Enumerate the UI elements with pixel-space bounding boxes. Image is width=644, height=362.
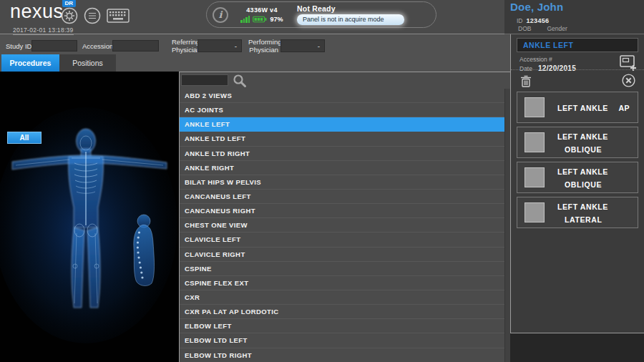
procedure-row-label: ANKLE LEFT (185, 120, 230, 128)
tab-positions[interactable]: Positions (59, 54, 116, 72)
study-panel: ANKLE LEFT Accession # Date12/20/2015 (510, 34, 644, 333)
referring-physician-dropdown[interactable]: - (197, 39, 242, 52)
signal-strength-icon (240, 16, 250, 23)
keyboard-icon[interactable] (107, 8, 130, 24)
procedure-row[interactable]: CLAVICLE RIGHT (180, 248, 504, 262)
referring-physician-label: Referring Physician (172, 38, 196, 54)
procedure-row[interactable]: ABD 2 VIEWS (180, 89, 504, 103)
procedure-row[interactable]: CSPINE FLEX EXT (180, 276, 504, 290)
procedure-row-label: AC JOINTS (185, 106, 223, 114)
procedure-row-label: CLAVICLE RIGHT (185, 250, 245, 258)
procedure-row[interactable]: CSPINE (180, 262, 504, 276)
procedure-list-panel: ABD 2 VIEWS AC JOINTS ANKLE LEFT ANKLE L… (179, 72, 510, 362)
procedure-row[interactable]: CANCANEUS LEFT (180, 190, 504, 204)
procedure-row-label: ELBOW LTD LEFT (185, 336, 248, 344)
procedure-row[interactable]: ANKLE LTD RIGHT (180, 147, 504, 161)
view-card-position: OBLIQUE (557, 145, 602, 154)
view-thumbnail (525, 132, 545, 152)
procedure-row-label: ELBOW LEFT (185, 322, 232, 330)
selected-procedure-title: ANKLE LEFT (517, 38, 638, 52)
view-card[interactable]: LEFT ANKLE LATERAL (517, 197, 638, 228)
study-id-label: Study ID (6, 42, 31, 50)
procedure-row-label: CSPINE (185, 265, 212, 273)
view-card-title: LEFT ANKLE (557, 132, 608, 141)
datetime-display: 2017-02-01 13:18:39 (13, 26, 74, 35)
procedure-row-label: CXR (185, 293, 200, 301)
procedure-row-label: CHEST ONE VIEW (185, 221, 248, 229)
patient-name: Doe, John (510, 1, 563, 13)
study-toolbar (511, 69, 644, 88)
body-map-all-button[interactable]: All (7, 132, 42, 144)
view-card-position: AP (611, 104, 630, 112)
view-card[interactable]: LEFT ANKLE AP (517, 92, 638, 123)
accession-input[interactable] (112, 40, 159, 52)
close-icon[interactable] (622, 74, 635, 87)
procedure-row[interactable]: CLAVICLE LEFT (180, 233, 504, 247)
battery-percent: 97% (270, 16, 283, 23)
dropdown-indicator-icon: - (318, 42, 320, 50)
study-form-bar: Study ID Accession # Referring Physician… (0, 35, 510, 72)
procedure-row[interactable]: CXR PA LAT AP LORDOTIC (180, 305, 504, 319)
view-card-position: OBLIQUE (557, 180, 602, 189)
procedure-search-input[interactable] (181, 74, 228, 86)
patient-dob-label: DOB (518, 25, 531, 32)
view-card-position: LATERAL (557, 215, 602, 224)
top-bar: nexusDR 2017-02-01 13:18:39 (0, 0, 510, 34)
study-id-input[interactable] (31, 40, 77, 52)
info-icon[interactable]: i (213, 7, 228, 23)
view-card-title: LEFT ANKLE (557, 104, 608, 112)
body-map-figure[interactable] (0, 72, 179, 362)
view-thumbnail (525, 202, 545, 222)
procedure-row[interactable]: ELBOW LTD RIGHT (180, 348, 504, 362)
view-card[interactable]: LEFT ANKLE OBLIQUE (517, 127, 638, 158)
procedure-row-label: CXR PA LAT AP LORDOTIC (185, 308, 279, 315)
body-map-panel: All (0, 72, 179, 362)
procedure-row-label: ANKLE RIGHT (185, 164, 234, 172)
view-card[interactable]: LEFT ANKLE OBLIQUE (517, 162, 638, 193)
procedure-row[interactable]: CANCANEUS RIGHT (180, 204, 504, 218)
patient-gender-label: Gender (547, 25, 567, 32)
procedure-row[interactable]: ELBOW LEFT (180, 319, 504, 333)
patient-id-label: ID (517, 17, 523, 24)
tab-procedures[interactable]: Procedures (1, 54, 59, 72)
procedure-row[interactable]: ANKLE LEFT (180, 117, 504, 132)
procedure-row-label: ABD 2 VIEWS (185, 92, 232, 99)
patient-id-value: 123456 (527, 17, 550, 24)
performing-physician-dropdown[interactable]: - (280, 39, 325, 52)
procedure-row-label: CLAVICLE LEFT (185, 235, 240, 243)
procedure-list: ABD 2 VIEWS AC JOINTS ANKLE LEFT ANKLE L… (180, 89, 504, 362)
dr-badge: DR (62, 0, 77, 7)
detector-name: 4336W v4 (234, 6, 290, 14)
delete-icon[interactable] (520, 74, 532, 87)
worklist-icon[interactable] (84, 7, 101, 24)
procedure-row-label: CANCANEUS RIGHT (185, 207, 255, 215)
procedure-list-scrollbar[interactable] (504, 89, 510, 362)
view-card-list: LEFT ANKLE AP LEFT ANKLE OBLIQUE LEFT AN… (517, 92, 638, 232)
study-accession-label: Accession # (519, 56, 552, 63)
detector-status-capsule: i 4336W v4 (206, 1, 436, 28)
patient-header: Doe, John ID123456 DOBGender (504, 0, 644, 34)
view-card-title: LEFT ANKLE (557, 167, 608, 176)
view-card-title: LEFT ANKLE (557, 202, 608, 211)
view-thumbnail (525, 167, 545, 187)
bottom-right-strip (510, 333, 644, 362)
procedure-row-label: ANKLE LTD LEFT (185, 134, 245, 142)
settings-icon[interactable] (61, 7, 78, 24)
procedure-row[interactable]: AC JOINTS (180, 103, 504, 117)
procedure-row[interactable]: BILAT HIPS W PELVIS (180, 175, 504, 190)
procedure-row[interactable]: CXR (180, 290, 504, 305)
dropdown-indicator-icon: - (235, 42, 237, 50)
procedure-row[interactable]: CHEST ONE VIEW (180, 218, 504, 233)
procedure-row-label: ANKLE LTD RIGHT (185, 150, 250, 157)
status-title: Not Ready (297, 4, 404, 13)
procedure-row[interactable]: ELBOW LTD LEFT (180, 333, 504, 348)
status-message: Panel is not in acquire mode (297, 14, 404, 25)
search-icon[interactable] (233, 74, 247, 88)
view-thumbnail (525, 97, 545, 117)
procedure-row[interactable]: ANKLE LTD LEFT (180, 132, 504, 146)
procedure-row-label: CANCANEUS LEFT (185, 192, 251, 200)
procedure-row-label: BILAT HIPS W PELVIS (185, 178, 261, 186)
procedure-row-label: CSPINE FLEX EXT (185, 279, 248, 287)
battery-icon (253, 16, 267, 23)
procedure-row[interactable]: ANKLE RIGHT (180, 161, 504, 175)
